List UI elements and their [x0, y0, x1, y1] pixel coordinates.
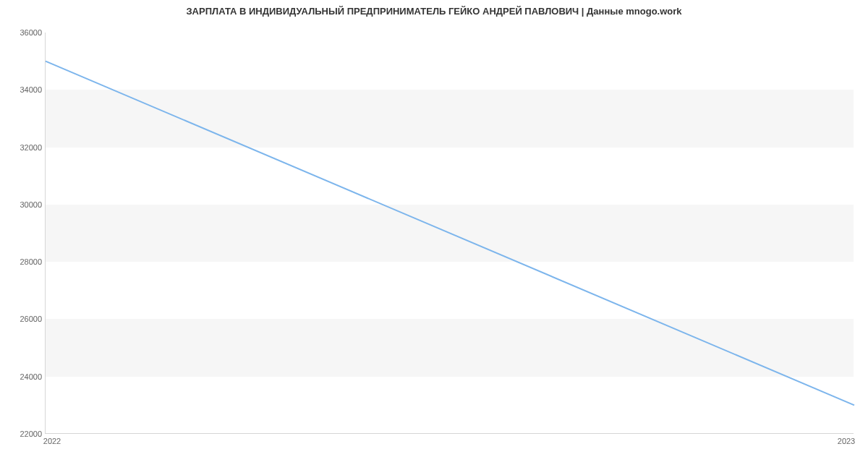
y-tick-1: 24000: [6, 372, 42, 381]
x-tick-1: 2023: [838, 437, 855, 445]
line-layer: [46, 33, 854, 433]
y-tick-0: 22000: [6, 430, 42, 438]
plot-area: [45, 33, 854, 434]
x-tick-0: 2022: [43, 437, 61, 445]
y-tick-6: 34000: [6, 85, 42, 94]
y-tick-3: 28000: [6, 257, 42, 266]
y-tick-7: 36000: [6, 28, 42, 37]
salary-line-chart: ЗАРПЛАТА В ИНДИВИДУАЛЬНЫЙ ПРЕДПРИНИМАТЕЛ…: [0, 0, 868, 470]
chart-title: ЗАРПЛАТА В ИНДИВИДУАЛЬНЫЙ ПРЕДПРИНИМАТЕЛ…: [0, 6, 868, 17]
y-tick-5: 32000: [6, 143, 42, 152]
y-tick-2: 26000: [6, 315, 42, 323]
y-tick-4: 30000: [6, 200, 42, 209]
data-line: [46, 61, 854, 406]
